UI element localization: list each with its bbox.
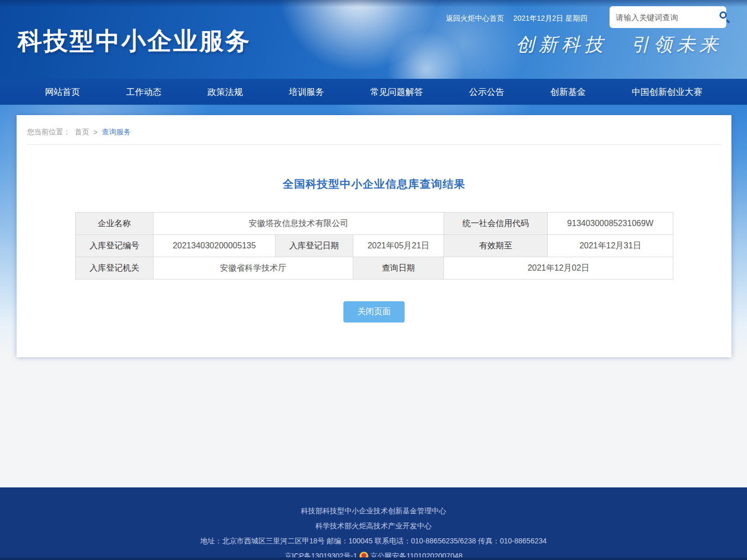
company-name-label: 企业名称 <box>76 213 154 235</box>
valid-until-value: 2021年12月31日 <box>548 235 673 257</box>
search-input[interactable] <box>616 13 719 22</box>
valid-until-label: 有效期至 <box>444 235 548 257</box>
registration-authority-value: 安徽省科学技术厅 <box>154 257 353 279</box>
search-icon[interactable] <box>719 11 731 23</box>
query-date-label: 查询日期 <box>353 257 444 279</box>
button-row: 关闭页面 <box>17 301 731 323</box>
registration-authority-label: 入库登记机关 <box>76 257 154 279</box>
header-top-links: 返回火炬中心首页 2021年12月2日 星期四 <box>446 14 587 23</box>
search-icon-handle <box>726 19 730 23</box>
nav-item-competition[interactable]: 中国创新创业大赛 <box>629 86 706 98</box>
header-date: 2021年12月2日 星期四 <box>514 14 587 23</box>
footer-org-line-1: 科技部科技型中小企业技术创新基金管理中心 <box>0 503 747 519</box>
header-slogan: 创新科技 引领未来 <box>516 32 722 58</box>
query-date-value: 2021年12月02日 <box>444 257 673 279</box>
breadcrumb-separator: > <box>93 128 98 136</box>
site-footer: 科技部科技型中小企业技术创新基金管理中心 科学技术部火炬高技术产业开发中心 地址… <box>0 487 747 560</box>
close-page-button[interactable]: 关闭页面 <box>343 301 405 323</box>
site-header: 科技型中小企业服务 返回火炬中心首页 2021年12月2日 星期四 创新科技 引… <box>0 0 747 79</box>
page: 科技型中小企业服务 返回火炬中心首页 2021年12月2日 星期四 创新科技 引… <box>0 0 747 560</box>
breadcrumb-prefix: 您当前位置： <box>27 128 71 137</box>
nav-item-work-news[interactable]: 工作动态 <box>123 86 164 98</box>
credit-code-label: 统一社会信用代码 <box>444 213 548 235</box>
registration-number-label: 入库登记编号 <box>76 235 154 257</box>
footer-contact-line: 地址：北京市西城区三里河二区甲18号 邮编：100045 联系电话：010-88… <box>0 534 747 549</box>
breadcrumb: 您当前位置： 首页 > 查询服务 <box>27 115 721 145</box>
registration-date-value: 2021年05月21日 <box>353 235 444 257</box>
nav-item-policies[interactable]: 政策法规 <box>204 86 246 98</box>
breadcrumb-current-link[interactable]: 查询服务 <box>102 128 131 137</box>
search-box <box>610 6 726 28</box>
company-name-value: 安徽塔孜信息技术有限公司 <box>154 213 444 235</box>
table-row: 企业名称 安徽塔孜信息技术有限公司 统一社会信用代码 9134030008523… <box>76 213 673 235</box>
site-logo: 科技型中小企业服务 <box>18 25 251 58</box>
nav-item-faq[interactable]: 常见问题解答 <box>367 86 426 98</box>
main-nav: 网站首页 工作动态 政策法规 培训服务 常见问题解答 公示公告 创新基金 中国创… <box>0 79 747 105</box>
breadcrumb-home-link[interactable]: 首页 <box>75 128 89 137</box>
table-row: 入库登记机关 安徽省科学技术厅 查询日期 2021年12月02日 <box>76 257 673 279</box>
footer-bottom-strip <box>0 557 747 560</box>
nav-item-home[interactable]: 网站首页 <box>42 86 83 98</box>
footer-org-line-2: 科学技术部火炬高技术产业开发中心 <box>0 519 747 534</box>
nav-item-training[interactable]: 培训服务 <box>286 86 327 98</box>
registration-date-label: 入库登记日期 <box>275 235 353 257</box>
query-result-table: 企业名称 安徽塔孜信息技术有限公司 统一社会信用代码 9134030008523… <box>75 212 673 279</box>
table-row: 入库登记编号 202134030200005135 入库登记日期 2021年05… <box>76 235 673 257</box>
registration-number-value: 202134030200005135 <box>154 235 275 257</box>
content-box: 您当前位置： 首页 > 查询服务 全国科技型中小企业信息库查询结果 企业名称 安… <box>17 115 731 357</box>
page-title: 全国科技型中小企业信息库查询结果 <box>17 177 731 191</box>
nav-item-announcements[interactable]: 公示公告 <box>466 86 507 98</box>
return-torch-home-link[interactable]: 返回火炬中心首页 <box>446 14 504 23</box>
search-icon-lens <box>720 11 727 19</box>
credit-code-value: 91340300085231069W <box>548 213 673 235</box>
nav-item-innovation-fund[interactable]: 创新基金 <box>547 86 589 98</box>
